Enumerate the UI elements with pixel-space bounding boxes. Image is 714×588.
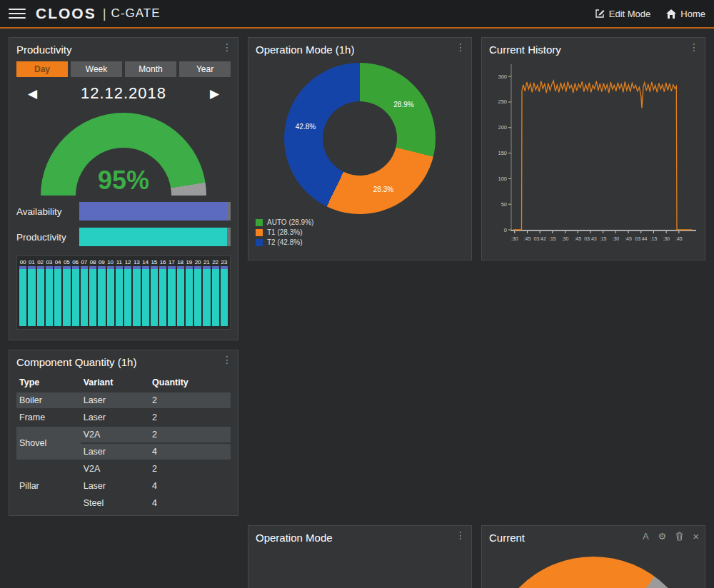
- svg-text::30: :30: [663, 236, 670, 241]
- operation-mode-panel: Operation Mode ⋮ AUTO: [248, 525, 472, 588]
- variant-cell: Laser: [81, 409, 149, 426]
- hour-bar-21: 21: [203, 258, 210, 326]
- svg-text:03:44: 03:44: [635, 236, 648, 241]
- type-cell: Pillar: [16, 460, 81, 512]
- home-button[interactable]: Home: [666, 9, 705, 19]
- home-label: Home: [680, 9, 705, 19]
- current-gauge-arc: [489, 557, 698, 588]
- hour-label: 12: [124, 258, 131, 266]
- variant-cell: Laser: [81, 392, 149, 409]
- variant-cell: V2A: [81, 426, 149, 443]
- table-header-row: TypeVariantQuantity: [16, 374, 231, 392]
- donut-legend: AUTO (28.9%)T1 (28.3%)T2 (42.8%): [248, 214, 471, 253]
- legend-item-auto: AUTO (28.9%): [256, 218, 464, 226]
- font-settings-icon[interactable]: A: [643, 532, 649, 541]
- edit-pencil-icon: [595, 9, 605, 19]
- slice-label-auto: 28.9%: [393, 100, 413, 108]
- hour-bar-18: 18: [177, 258, 184, 326]
- date-value: 12.12.2018: [37, 84, 210, 103]
- svg-text::15: :15: [650, 236, 658, 241]
- hour-bar-03: 03: [46, 258, 53, 326]
- legend-swatch: [256, 239, 263, 246]
- operation-mode-donut-chart: 28.9%28.3%42.8%: [284, 63, 436, 214]
- tab-month[interactable]: Month: [125, 61, 176, 77]
- svg-text:50: 50: [501, 201, 507, 208]
- table-row[interactable]: ShovelV2A2: [16, 426, 231, 443]
- current-history-menu-icon[interactable]: ⋮: [689, 42, 699, 52]
- hour-bar-stack: [212, 266, 219, 326]
- top-bar: CLOOS | C-GATE Edit Mode Home: [0, 0, 714, 29]
- svg-text:03:43: 03:43: [584, 236, 597, 241]
- variant-cell: V2A: [81, 460, 149, 477]
- productivity-segment: [142, 269, 149, 326]
- svg-text:200: 200: [498, 124, 507, 131]
- hour-label: 08: [89, 258, 96, 266]
- hour-bar-00: 00: [19, 258, 26, 326]
- operation-mode-value: AUTO: [248, 547, 471, 588]
- kpi-bar-fill: [79, 202, 227, 220]
- quantity-cell: 4: [149, 477, 231, 495]
- table-row[interactable]: FrameLaser2: [16, 409, 231, 426]
- edit-mode-button[interactable]: Edit Mode: [595, 9, 651, 19]
- slice-label-t1: 28.3%: [373, 185, 393, 193]
- hour-label: 03: [46, 258, 53, 266]
- close-icon[interactable]: ×: [693, 532, 699, 541]
- kpi-label: Availability: [16, 206, 79, 217]
- hour-bar-09: 09: [98, 258, 105, 326]
- productivity-segment: [37, 269, 44, 326]
- tab-year[interactable]: Year: [179, 61, 231, 77]
- productivity-segment: [124, 269, 131, 326]
- hour-label: 14: [142, 258, 149, 266]
- hour-bar-stack: [177, 266, 184, 326]
- hour-bar-stack: [107, 266, 114, 326]
- variant-cell: Laser: [81, 477, 149, 495]
- hour-bar-stack: [98, 266, 105, 326]
- next-date-button[interactable]: ▶: [210, 86, 219, 101]
- hour-bar-15: 15: [151, 258, 158, 326]
- current-gauge: 280A: [489, 557, 698, 588]
- svg-text::45: :45: [625, 236, 632, 241]
- tab-week[interactable]: Week: [71, 61, 122, 77]
- productivity-segment: [151, 269, 158, 326]
- hour-label: 07: [81, 258, 88, 266]
- productivity-menu-icon[interactable]: ⋮: [222, 42, 232, 52]
- operation-mode-menu-icon[interactable]: ⋮: [456, 530, 466, 540]
- hour-bar-stack: [28, 266, 35, 326]
- component-quantity-panel: Component Quantity (1h) ⋮ TypeVariantQua…: [9, 350, 238, 516]
- table-row[interactable]: BoilerLaser2: [16, 392, 231, 409]
- prev-date-button[interactable]: ◀: [28, 86, 37, 101]
- productivity-segment: [63, 269, 70, 326]
- trash-icon[interactable]: [675, 532, 683, 541]
- hour-bar-04: 04: [54, 258, 61, 326]
- productivity-title: Productivity: [9, 38, 238, 59]
- operation-mode-1h-panel: Operation Mode (1h) ⋮ 28.9%28.3%42.8% AU…: [248, 37, 472, 260]
- menu-hamburger-icon[interactable]: [9, 9, 26, 19]
- svg-text::45: :45: [574, 236, 581, 241]
- gear-icon[interactable]: ⚙: [658, 532, 667, 541]
- table-row[interactable]: PillarV2A2: [16, 460, 231, 477]
- hour-bar-stack: [81, 266, 88, 326]
- productivity-segment: [28, 269, 35, 326]
- productivity-gauge: 95%: [41, 113, 206, 196]
- hour-label: 01: [28, 258, 35, 266]
- brand-logo: CLOOS: [36, 5, 96, 22]
- hour-label: 15: [151, 258, 158, 266]
- hour-label: 16: [159, 258, 166, 266]
- operation-mode-1h-menu-icon[interactable]: ⋮: [456, 42, 466, 52]
- slice-label-t2: 42.8%: [296, 122, 316, 130]
- hour-bar-20: 20: [194, 258, 201, 326]
- svg-text::30: :30: [511, 236, 518, 241]
- hour-bar-stack: [46, 266, 53, 326]
- component-quantity-menu-icon[interactable]: ⋮: [222, 355, 232, 365]
- legend-label: T2 (42.8%): [267, 238, 302, 246]
- current-history-line-chart: 050100150200250300:30:4503:42:15:30:4503…: [482, 60, 705, 251]
- hourly-bar-chart: 0001020304050607080910111213141516171819…: [16, 255, 231, 330]
- hour-bar-stack: [63, 266, 70, 326]
- tab-day[interactable]: Day: [16, 61, 68, 77]
- hour-label: 22: [212, 258, 219, 266]
- svg-text:300: 300: [498, 74, 507, 80]
- hour-bar-19: 19: [186, 258, 193, 326]
- svg-text::45: :45: [675, 236, 683, 241]
- hour-bar-14: 14: [142, 258, 149, 326]
- svg-text::30: :30: [562, 236, 569, 241]
